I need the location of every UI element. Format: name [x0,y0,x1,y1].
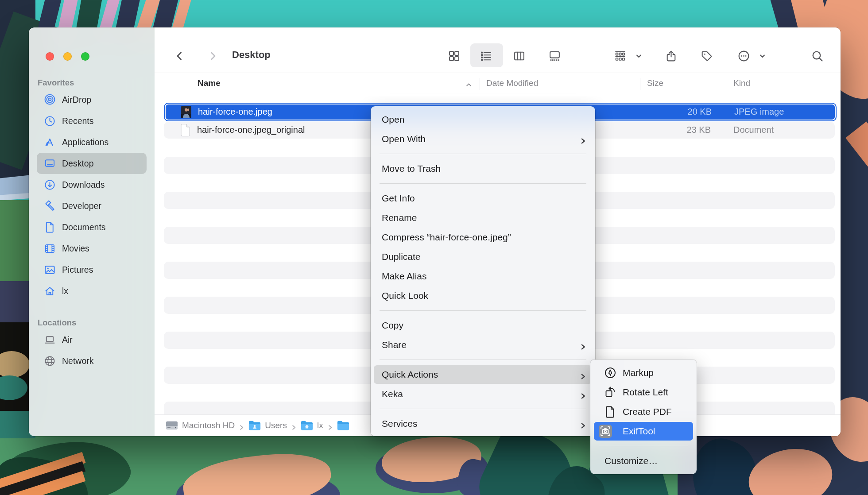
sidebar-item-movies[interactable]: Movies [37,238,147,259]
documents-icon [44,221,56,233]
search-icon [811,50,824,62]
airdrop-icon [44,94,56,106]
group-button-chevron[interactable] [627,44,650,67]
path-segment[interactable]: Macintosh HD [166,420,248,431]
toolbar: Desktop [155,27,841,73]
menu-separator [380,183,586,184]
path-segment[interactable]: lx [301,420,337,431]
context-menu-item-copy[interactable]: Copy [371,316,595,335]
hard-drive-icon [166,420,178,431]
sidebar-item-air[interactable]: Air [37,329,147,350]
sidebar-item-label: Recents [62,116,94,126]
path-segment[interactable] [337,420,353,431]
folder-users-icon [248,420,261,431]
context-menu-item-share[interactable]: Share [371,335,595,355]
sidebar-item-downloads[interactable]: Downloads [37,174,147,195]
submenu-chevron-icon [580,391,586,398]
downloads-icon [44,179,56,191]
icon-view-icon [448,50,461,62]
tags-button[interactable] [695,44,718,67]
share-button[interactable] [659,44,682,67]
column-divider[interactable] [640,78,640,90]
context-menu-item-make-alias[interactable]: Make Alias [371,267,595,286]
forward-button[interactable] [201,44,224,67]
context-menu-item-keka[interactable]: Keka [371,384,595,404]
path-segment[interactable]: Users [248,420,301,431]
menu-separator [380,360,586,360]
sidebar-item-pictures[interactable]: Pictures [37,259,147,280]
list-view-button[interactable] [474,44,497,67]
gallery-view-icon [548,50,561,62]
minimize-button[interactable] [63,52,72,61]
more-options-button-chevron[interactable] [751,44,774,67]
file-kind: Document [733,125,774,135]
column-header-name[interactable]: Name [198,78,221,88]
context-menu-item-quick-look[interactable]: Quick Look [371,286,595,306]
sidebar-item-lx[interactable]: lx [37,280,147,302]
sidebar-item-network[interactable]: Network [37,350,147,371]
icon-view-button[interactable] [442,44,465,67]
movies-icon [44,243,56,255]
submenu-item-exiftool[interactable]: ExifTool [590,422,697,441]
context-menu-item-open-with[interactable]: Open With [371,129,595,149]
menu-item-label: Open [382,114,404,125]
page-title: Desktop [232,49,271,61]
submenu-item-markup[interactable]: Markup [590,363,697,383]
menu-separator [380,154,586,154]
sidebar-item-documents[interactable]: Documents [37,217,147,238]
sidebar-item-label: Movies [62,244,89,254]
column-divider[interactable] [480,78,480,90]
menu-separator [380,310,586,311]
sidebar-item-label: Applications [62,137,108,147]
submenu-item-rotate-left[interactable]: Rotate Left [590,383,697,402]
zoom-button[interactable] [81,52,89,61]
submenu-item-customize[interactable]: Customize… [590,451,697,471]
tags-icon [700,50,713,62]
column-header-date-modified[interactable]: Date Modified [486,78,538,88]
context-menu-item-get-info[interactable]: Get Info [371,189,595,208]
search-button[interactable] [806,44,829,67]
sidebar-list: FavoritesAirDropRecentsApplicationsDeskt… [29,77,155,371]
menu-item-label: Quick Look [382,290,428,301]
context-menu-item-duplicate[interactable]: Duplicate [371,247,595,267]
exiftool-icon [599,425,612,438]
path-segment-label: lx [317,421,323,430]
context-menu-item-quick-actions[interactable]: Quick Actions [371,365,595,384]
context-menu-item-open[interactable]: Open [371,110,595,129]
gallery-view-button[interactable] [543,44,566,67]
sidebar-item-airdrop[interactable]: AirDrop [37,89,147,110]
sidebar-item-desktop[interactable]: Desktop [37,153,147,174]
sort-ascending-icon [465,81,472,87]
chevron-down-icon [759,53,766,59]
sidebar-item-label: Developer [62,201,101,211]
column-header-size[interactable]: Size [647,78,663,88]
share-icon [665,50,678,62]
submenu-item-label: Rotate Left [623,387,668,398]
menu-item-label: Keka [382,389,403,399]
column-view-button[interactable] [508,44,531,67]
submenu-chevron-icon [580,136,586,143]
menu-item-label: Services [382,418,418,429]
submenu-item-create-pdf[interactable]: Create PDF [590,402,697,422]
context-menu: OpenOpen WithMove to TrashGet InfoRename… [371,106,595,436]
recents-icon [44,115,56,127]
context-menu-item-services[interactable]: Services [371,414,595,433]
menu-item-label: Share [382,340,407,350]
path-chevron-icon [291,423,297,429]
sidebar-item-applications[interactable]: Applications [37,131,147,153]
context-menu-item-rename[interactable]: Rename [371,208,595,228]
sidebar-item-recents[interactable]: Recents [37,110,147,131]
close-button[interactable] [46,52,54,61]
context-menu-item-move-to-trash[interactable]: Move to Trash [371,159,595,178]
sidebar-item-label: AirDrop [62,95,91,105]
column-divider[interactable] [727,78,727,90]
column-header-kind[interactable]: Kind [733,78,750,88]
sidebar-item-label: Documents [62,222,106,232]
back-button[interactable] [168,44,191,67]
sidebar-item-developer[interactable]: Developer [37,195,147,217]
chevron-right-icon [206,50,219,62]
list-view-icon [480,50,492,62]
chevron-left-icon [173,50,186,62]
context-menu-item-compress-hair-force-one-jpeg[interactable]: Compress “hair-force-one.jpeg” [371,228,595,247]
path-chevron-icon [239,423,244,429]
